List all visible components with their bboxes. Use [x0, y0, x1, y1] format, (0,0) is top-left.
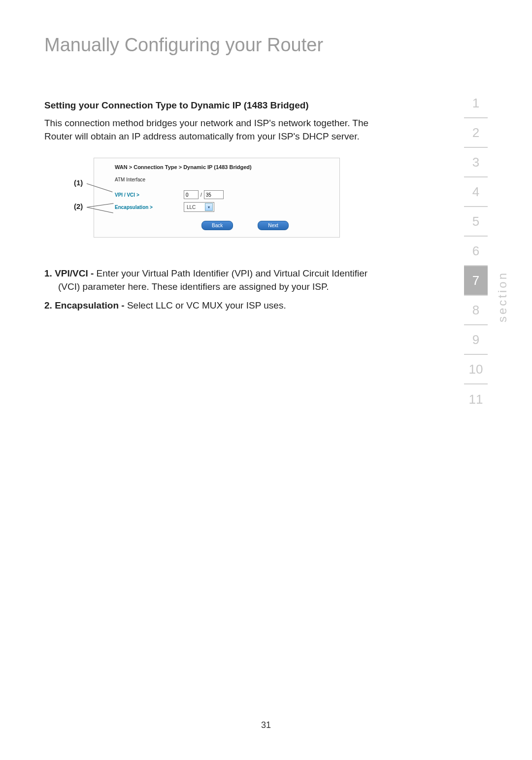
encapsulation-value: LLC [185, 205, 205, 210]
callout-2: (2) [74, 202, 83, 210]
intro-text: This connection method bridges your netw… [44, 117, 379, 143]
nav-section-3[interactable]: 3 [464, 148, 488, 177]
instructions-list: 1. VPI/VCI - Enter your Virtual Path Ide… [44, 267, 374, 312]
config-panel: WAN > Connection Type > Dynamic IP (1483… [94, 158, 340, 238]
vci-input[interactable] [204, 190, 224, 199]
nav-section-10[interactable]: 10 [464, 355, 488, 384]
nav-section-7[interactable]: 7 [464, 266, 488, 296]
config-screenshot: (1) (2) WAN > Connection Type > Dynamic … [94, 158, 379, 238]
vpi-input[interactable] [184, 190, 199, 199]
callout-1: (1) [74, 178, 83, 187]
vpi-vci-label: VPI / VCI > [115, 192, 184, 198]
atm-interface-label: ATM Interface [115, 177, 184, 182]
section-nav: 1234567891011 [464, 89, 488, 414]
nav-section-8[interactable]: 8 [464, 296, 488, 325]
back-button[interactable]: Back [201, 221, 233, 230]
section-heading: Setting your Connection Type to Dynamic … [44, 100, 379, 111]
breadcrumb: WAN > Connection Type > Dynamic IP (1483… [115, 164, 331, 170]
next-button[interactable]: Next [258, 221, 289, 230]
encapsulation-label: Encapsulation > [115, 205, 184, 210]
slash-text: / [200, 192, 202, 198]
page-title: Manually Configuring your Router [44, 35, 488, 56]
page-number: 31 [0, 720, 532, 730]
nav-section-1[interactable]: 1 [464, 89, 488, 118]
nav-section-6[interactable]: 6 [464, 237, 488, 266]
instruction-item-1: 1. VPI/VCI - Enter your Virtual Path Ide… [44, 267, 374, 293]
nav-section-5[interactable]: 5 [464, 207, 488, 237]
encapsulation-select[interactable]: LLC ▾ [184, 202, 214, 212]
nav-section-11[interactable]: 11 [464, 384, 488, 414]
section-label: section [496, 271, 509, 322]
chevron-down-icon: ▾ [205, 203, 213, 211]
nav-section-4[interactable]: 4 [464, 177, 488, 207]
nav-section-9[interactable]: 9 [464, 325, 488, 355]
nav-section-2[interactable]: 2 [464, 118, 488, 148]
instruction-item-2: 2. Encapsulation - Select LLC or VC MUX … [44, 299, 374, 312]
